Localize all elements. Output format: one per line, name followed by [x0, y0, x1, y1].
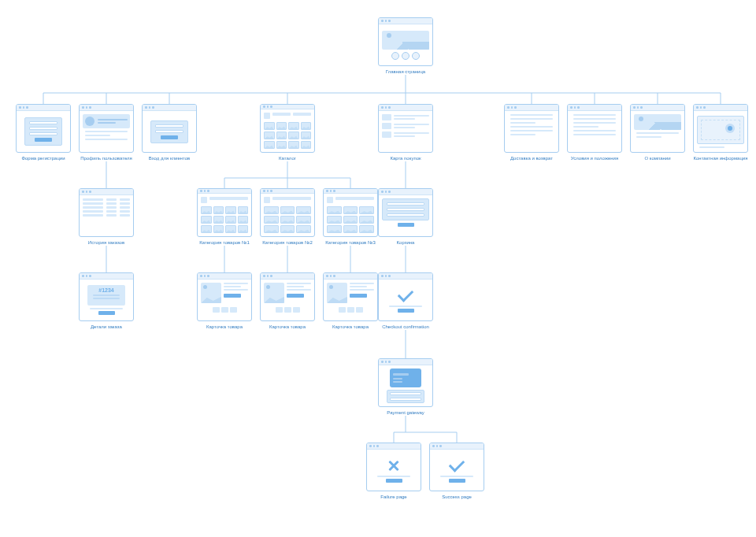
node-home[interactable]: Главная страница [378, 17, 433, 75]
label-cat2: Категория товаров №2 [260, 240, 315, 246]
label-failure: Failure page [366, 494, 421, 500]
node-prod1[interactable]: Карточка товара [197, 272, 252, 330]
node-basket[interactable]: Корзина [378, 188, 433, 246]
credit-card-icon [390, 368, 421, 387]
label-basket: Корзина [378, 240, 433, 246]
node-prod2[interactable]: Карточка товара [260, 272, 315, 330]
check-icon [395, 287, 417, 303]
label-register: Форма регистрации [16, 156, 71, 161]
node-cat1[interactable]: Категория товаров №1 [197, 188, 252, 246]
node-cat3[interactable]: Категория товаров №3 [323, 188, 378, 246]
order-number: #1234 [98, 287, 113, 293]
node-order-detail[interactable]: #1234 Детали заказа [79, 272, 134, 330]
label-prod1: Карточка товара [197, 324, 252, 330]
node-payment[interactable]: Payment gateway [378, 358, 433, 416]
node-terms[interactable]: Условия и положения [567, 104, 622, 161]
node-delivery[interactable]: Доставка и возврат [504, 104, 559, 161]
label-cat3: Категория товаров №3 [323, 240, 378, 246]
node-register[interactable]: Форма регистрации [16, 104, 71, 161]
node-about[interactable]: О компании [630, 104, 685, 161]
label-prod2: Карточка товара [260, 324, 315, 330]
label-prod3: Карточка товара [323, 324, 378, 330]
label-login: Вход для клиентов [142, 156, 197, 161]
label-cart: Карта покупок [378, 156, 433, 161]
label-order-detail: Детали заказа [79, 324, 134, 330]
label-home: Главная страница [378, 69, 433, 75]
node-cat2[interactable]: Категория товаров №2 [260, 188, 315, 246]
label-contact: Контактная информация [693, 156, 748, 161]
label-payment: Payment gateway [378, 410, 433, 416]
node-contact[interactable]: Контактная информация [693, 104, 748, 161]
node-prod3[interactable]: Карточка товара [323, 272, 378, 330]
node-success[interactable]: Success page [429, 443, 484, 500]
label-terms: Условия и положения [567, 156, 622, 161]
label-delivery: Доставка и возврат [504, 156, 559, 161]
label-checkout: Checkout confirmation [378, 324, 433, 330]
label-success: Success page [429, 494, 484, 500]
label-about: О компании [630, 156, 685, 161]
node-catalog[interactable]: Каталог [260, 104, 315, 161]
label-catalog: Каталог [260, 156, 315, 161]
node-cart[interactable]: Карта покупок [378, 104, 433, 161]
check-icon [446, 457, 468, 473]
node-failure[interactable]: Failure page [366, 443, 421, 500]
node-checkout[interactable]: Checkout confirmation [378, 272, 433, 330]
label-cat1: Категория товаров №1 [197, 240, 252, 246]
node-orders[interactable]: История заказов [79, 188, 134, 246]
label-orders: История заказов [79, 240, 134, 246]
node-profile[interactable]: Профиль пользователя [79, 104, 134, 161]
node-login[interactable]: Вход для клиентов [142, 104, 197, 161]
label-profile: Профиль пользователя [79, 156, 134, 161]
cross-icon [383, 457, 405, 473]
